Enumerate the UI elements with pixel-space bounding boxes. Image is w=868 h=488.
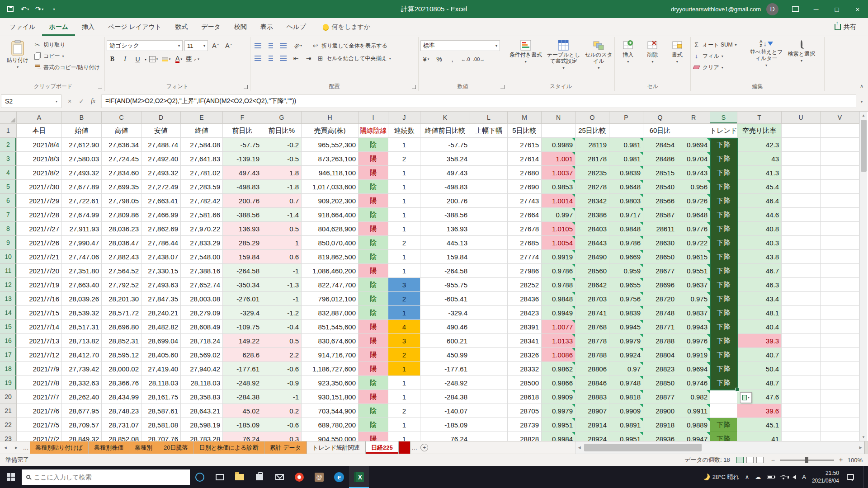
cell-M19[interactable]: 28500 [508,376,542,390]
cell-N16[interactable]: 1.0133 [542,334,576,348]
cell-K20[interactable]: -284.38 [420,390,470,404]
cell-I21[interactable]: 陰 [359,404,388,418]
cell-styles-button[interactable]: セルのスタイル▾ [585,38,613,70]
cell-J2[interactable]: 1 [388,138,420,152]
close-button[interactable]: × [847,0,868,18]
cell-J7[interactable]: 1 [388,208,420,222]
cell-F5[interactable]: -498.83 [223,180,262,194]
horizontal-scrollbar[interactable]: ◀ ▶ [575,441,864,454]
cell-T22[interactable]: 45.1 [737,418,782,432]
cell-O13[interactable]: 28703 [576,292,609,306]
cell-V12[interactable] [821,278,859,292]
cell-P14[interactable]: 0.9839 [609,306,643,320]
cell-Q20[interactable]: 28877 [643,390,677,404]
cell-G7[interactable]: -1.4 [262,208,302,222]
cell-C4[interactable]: 27,834.60 [102,166,142,180]
cell-R15[interactable]: 0.9943 [677,320,710,334]
cell-J14[interactable]: 1 [388,306,420,320]
cell-C20[interactable]: 28,434.99 [102,390,142,404]
cell-J1[interactable]: 連続数 [388,124,420,138]
cell-J4[interactable]: 1 [388,166,420,180]
cell-E3[interactable]: 27,641.83 [181,152,223,166]
cell-C19[interactable]: 28,366.76 [102,376,142,390]
cell-Q21[interactable]: 28900 [643,404,677,418]
cell-O4[interactable]: 28235 [576,166,609,180]
alignment-dialog-launcher[interactable] [412,85,416,89]
column-header-R[interactable]: R [677,112,710,124]
cell-A21[interactable]: 2021/7/6 [17,404,62,418]
cell-U3[interactable] [782,152,821,166]
cell-G18[interactable]: -0.6 [262,362,302,376]
cell-T19[interactable]: 48.7 [737,376,782,390]
cell-I15[interactable]: 陽 [359,320,388,334]
cell-J21[interactable]: 2 [388,404,420,418]
cell-V17[interactable] [821,348,859,362]
row-header-5[interactable]: 5 [0,180,17,194]
cell-G16[interactable]: 0.5 [262,334,302,348]
account-email[interactable]: dryyourtearswithlove1@gmail.com [671,6,761,13]
cell-J19[interactable]: 1 [388,376,420,390]
cell-F2[interactable]: -57.75 [223,138,262,152]
sort-filter-button[interactable]: AZ↓ 並べ替えとフィルター▾ [748,38,785,67]
column-header-I[interactable]: I [359,112,388,124]
cell-P16[interactable]: 0.9979 [609,334,643,348]
cell-M8[interactable]: 27678 [508,222,542,236]
cell-Q15[interactable]: 28771 [643,320,677,334]
cell-Q11[interactable]: 28677 [643,264,677,278]
cell-O11[interactable]: 28560 [576,264,609,278]
cell-T10[interactable]: 43.8 [737,250,782,264]
cell-U16[interactable] [782,334,821,348]
cell-Q4[interactable]: 28515 [643,166,677,180]
cell-M3[interactable]: 27614 [508,152,542,166]
sheet-tabs-overflow-right[interactable]: … [410,441,419,454]
cell-E8[interactable]: 27,970.22 [181,222,223,236]
cell-O14[interactable]: 28741 [576,306,609,320]
cancel-entry-button[interactable]: × [64,95,75,108]
cell-C3[interactable]: 27,724.45 [102,152,142,166]
align-middle-button[interactable] [265,40,276,51]
cell-L11[interactable] [470,264,508,278]
cell-M21[interactable]: 28705 [508,404,542,418]
cell-K4[interactable]: 497.43 [420,166,470,180]
cell-R13[interactable]: 0.975 [677,292,710,306]
cell-Q5[interactable]: 28540 [643,180,677,194]
cell-F11[interactable]: -264.58 [223,264,262,278]
cell-U7[interactable] [782,208,821,222]
cell-S17[interactable]: 下降 [710,348,737,362]
row-header-1[interactable]: 1 [0,124,17,138]
cell-A18[interactable]: 2021/7/9 [17,362,62,376]
cell-N5[interactable]: 0.9853 [542,180,576,194]
cell-F15[interactable]: -109.75 [223,320,262,334]
cell-N17[interactable]: 1.0086 [542,348,576,362]
hidden-icons-button[interactable]: ∧ [745,474,750,480]
cell-H12[interactable]: 822,747,700 [302,278,359,292]
insert-cells-button[interactable]: 挿入▾ [617,38,639,64]
column-header-Q[interactable]: Q [643,112,677,124]
cell-K16[interactable]: 600.21 [420,334,470,348]
cell-S1[interactable]: トレンド [710,124,737,138]
save-button[interactable] [4,2,17,16]
cell-E22[interactable]: 28,598.19 [181,418,223,432]
cell-J9[interactable]: 2 [388,236,420,250]
cell-A7[interactable]: 2021/7/28 [17,208,62,222]
cell-J15[interactable]: 4 [388,320,420,334]
cell-P3[interactable]: 0.981 [609,152,643,166]
cell-R10[interactable]: 0.9615 [677,250,710,264]
cell-K6[interactable]: 200.76 [420,194,470,208]
row-header-18[interactable]: 18 [0,362,17,376]
normal-view-button[interactable] [736,457,744,463]
cell-D23[interactable]: 28,707.76 [142,432,181,441]
cell-E16[interactable]: 28,718.24 [181,334,223,348]
cell-O21[interactable]: 28907 [576,404,609,418]
cell-R1[interactable] [677,124,710,138]
cell-P23[interactable]: 0.9951 [609,432,643,441]
cell-L14[interactable] [470,306,508,320]
column-header-M[interactable]: M [508,112,542,124]
vertical-scroll-thumb[interactable] [861,120,867,172]
wrap-text-button[interactable]: ↩折り返して全体を表示する [311,41,387,51]
cell-H2[interactable]: 965,552,300 [302,138,359,152]
cell-U17[interactable] [782,348,821,362]
cell-S15[interactable]: 下降 [710,320,737,334]
cell-D14[interactable]: 28,240.21 [142,306,181,320]
sheet-tab-業種別株価[interactable]: 業種別株価 [89,441,129,454]
